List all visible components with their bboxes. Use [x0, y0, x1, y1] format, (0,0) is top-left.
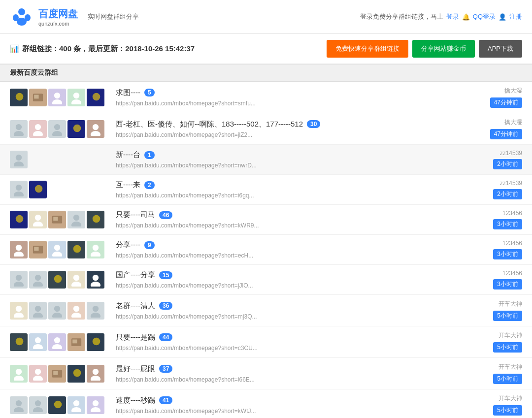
svg-point-79 [16, 400, 22, 406]
group-url: https://pan.baidu.com/mbox/homepage?shor… [116, 376, 255, 383]
avatar [10, 89, 28, 106]
svg-point-60 [93, 305, 99, 311]
avatar-group [10, 120, 108, 138]
svg-point-4 [16, 93, 24, 100]
group-meta: 擒大湿47分钟前 [463, 87, 522, 108]
group-author: zz14539 [500, 180, 522, 187]
list-item[interactable]: 只要----是踢44https://pan.baidu.com/mbox/hom… [0, 326, 532, 358]
group-url: https://pan.baidu.com/mbox/homepage?shor… [116, 100, 256, 107]
group-author: 开车大神 [499, 331, 522, 340]
group-author: 123456 [502, 210, 522, 217]
nav-login-link[interactable]: 登录 [446, 12, 459, 21]
avatar [48, 302, 66, 320]
avatar [87, 120, 104, 138]
app-button[interactable]: APP下载 [479, 40, 522, 58]
avatar-group [10, 241, 108, 258]
svg-point-40 [73, 245, 81, 253]
group-author: 擒大湿 [504, 118, 522, 127]
group-info: 分享----9https://pan.baidu.com/mbox/homepa… [108, 240, 463, 259]
group-badge: 9 [144, 241, 155, 249]
list-item[interactable]: 求图----5https://pan.baidu.com/mbox/homepa… [0, 82, 532, 113]
group-badge: 2 [144, 181, 155, 189]
svg-point-78 [91, 375, 100, 380]
stats-buttons: 免费快速分享群组链接 分享网站赚金币 APP下载 [327, 40, 522, 58]
list-item[interactable]: 老群----清人36https://pan.baidu.com/mbox/hom… [0, 295, 532, 326]
group-url: https://pan.baidu.com/mbox/homepage?shor… [116, 252, 253, 259]
svg-point-25 [35, 185, 43, 193]
svg-point-70 [16, 368, 22, 374]
group-time: 3小时前 [493, 219, 522, 229]
svg-point-81 [35, 400, 41, 406]
list-item[interactable]: 西-老杠、医-傻传、如何--啊陈、183-----502、177-----512… [0, 113, 532, 145]
avatar [67, 365, 85, 383]
svg-point-9 [73, 92, 79, 98]
group-author: 擒大湿 [504, 87, 522, 95]
svg-point-64 [33, 344, 43, 349]
svg-point-35 [14, 252, 24, 257]
svg-point-86 [93, 400, 99, 406]
group-name: 互----来 [116, 180, 140, 190]
svg-point-50 [93, 275, 99, 281]
group-name: 只要----是踢 [116, 333, 155, 342]
list-item[interactable]: 新----台1https://pan.baidu.com/mbox/homepa… [0, 145, 532, 175]
svg-rect-75 [53, 371, 58, 375]
svg-point-52 [16, 305, 22, 311]
share-link-button[interactable]: 免费快速分享群组链接 [327, 40, 408, 58]
group-name: 西-老杠、医-傻传、如何--啊陈、183-----502、177-----512 [116, 120, 303, 129]
section-title: 最新百度云群组 [0, 64, 532, 82]
svg-rect-68 [72, 339, 77, 343]
group-meta: 1234563小时前 [463, 240, 522, 259]
avatar-group [10, 333, 108, 351]
svg-point-3 [17, 18, 27, 26]
list-item[interactable]: 最好----屁眼37https://pan.baidu.com/mbox/hom… [0, 358, 532, 389]
svg-point-77 [93, 368, 99, 374]
svg-point-48 [73, 275, 79, 281]
list-item[interactable]: 只要----司马46https://pan.baidu.com/mbox/hom… [0, 205, 532, 235]
avatar [10, 396, 28, 414]
svg-point-16 [54, 124, 60, 129]
avatar [87, 211, 104, 228]
list-item[interactable]: 互----来2https://pan.baidu.com/mbox/homepa… [0, 175, 532, 205]
svg-point-13 [14, 130, 24, 135]
group-time: 5小时前 [493, 311, 522, 321]
site-domain: qunzufx.com [38, 21, 78, 27]
group-name-row: 西-老杠、医-傻传、如何--啊陈、183-----502、177-----512… [116, 120, 456, 129]
stats-text: 📊 群组链接：400 条，最后更新：2018-10-26 15:42:37 [10, 44, 195, 54]
group-url: https://pan.baidu.com/mbox/homepage?shor… [116, 131, 252, 138]
group-time: 47分钟前 [490, 129, 522, 139]
list-item[interactable]: 分享----9https://pan.baidu.com/mbox/homepa… [0, 235, 532, 265]
group-name-row: 分享----9 [116, 240, 456, 250]
svg-point-57 [52, 312, 62, 317]
earn-button[interactable]: 分享网站赚金币 [412, 40, 475, 58]
avatar [29, 89, 47, 106]
group-info: 只要----司马46https://pan.baidu.com/mbox/hom… [108, 210, 463, 229]
svg-rect-30 [53, 217, 58, 221]
list-item[interactable]: 速度----秒踢41https://pan.baidu.com/mbox/hom… [0, 389, 532, 418]
group-name: 新----台 [116, 150, 140, 160]
svg-point-65 [54, 337, 60, 343]
group-name-row: 只要----司马46 [116, 210, 456, 220]
avatar-group [10, 181, 108, 198]
svg-point-45 [35, 275, 41, 281]
group-url: https://pan.baidu.com/mbox/homepage?shor… [116, 162, 257, 169]
svg-point-39 [52, 252, 62, 257]
svg-point-14 [35, 124, 41, 129]
group-time: 2小时前 [493, 159, 522, 169]
avatar [10, 181, 28, 198]
list-item[interactable]: 国产----分享15https://pan.baidu.com/mbox/hom… [0, 265, 532, 295]
avatar [67, 302, 85, 320]
avatar [10, 365, 28, 383]
group-time: 5小时前 [493, 405, 522, 416]
group-name: 国产----分享 [116, 270, 155, 280]
header: 百度网盘 qunzufx.com 实时网盘群组分享 登录免费分享群组链接，马上 … [0, 0, 532, 34]
svg-point-61 [91, 312, 100, 317]
group-info: 国产----分享15https://pan.baidu.com/mbox/hom… [108, 270, 463, 289]
svg-point-62 [16, 337, 24, 345]
stats-icon: 📊 [10, 44, 19, 53]
group-meta: 开车大神5小时前 [463, 300, 522, 321]
nav-qq-login-link[interactable]: QQ登录 [473, 12, 496, 21]
svg-point-15 [33, 130, 43, 135]
nav-register-link[interactable]: 注册 [509, 12, 522, 21]
svg-point-82 [33, 407, 43, 412]
avatar [48, 333, 66, 351]
